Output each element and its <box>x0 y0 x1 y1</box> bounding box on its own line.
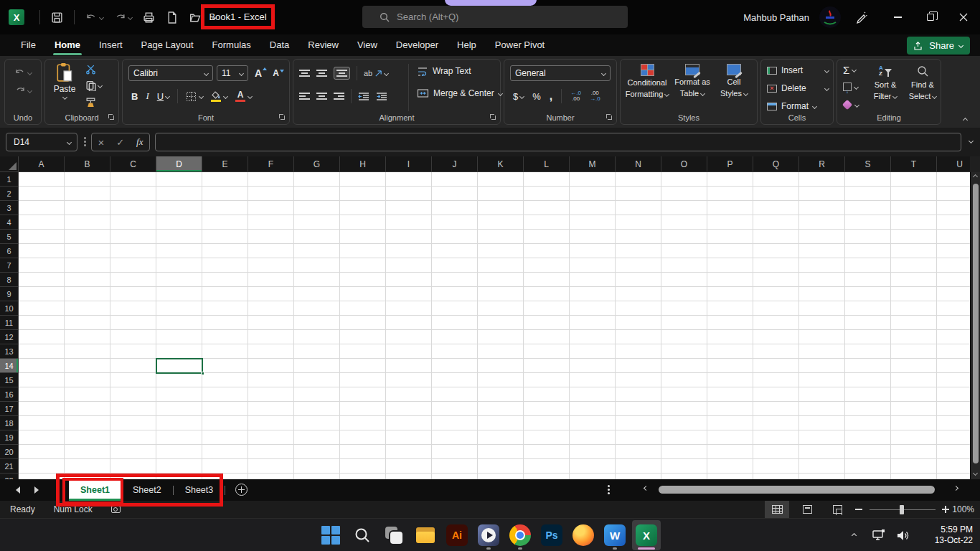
formula-bar-grip[interactable] <box>84 137 86 139</box>
tab-file[interactable]: File <box>11 34 45 56</box>
zoom-slider-thumb[interactable] <box>900 505 904 514</box>
fill-color-button[interactable] <box>211 91 227 102</box>
delete-cells-button[interactable]: Delete <box>767 83 829 93</box>
record-macro-icon[interactable] <box>111 506 121 513</box>
restore-button[interactable] <box>914 0 947 34</box>
column-header-C[interactable]: C <box>110 156 156 172</box>
insert-cells-button[interactable]: Insert <box>767 65 829 75</box>
orientation-button[interactable]: ab <box>364 69 388 77</box>
wrap-text-button[interactable]: Wrap Text <box>417 66 471 76</box>
increase-font-size-button[interactable]: A <box>255 67 262 79</box>
decrease-indent-button[interactable] <box>358 92 369 101</box>
font-size-select[interactable]: 11 <box>217 65 248 81</box>
page-layout-view-button[interactable] <box>795 501 819 518</box>
format-as-table-button[interactable]: Format as Table <box>672 64 712 98</box>
tab-developer[interactable]: Developer <box>387 34 448 56</box>
chevron-down-icon[interactable] <box>99 14 104 19</box>
chrome-button[interactable] <box>506 520 534 550</box>
sort-filter-button[interactable]: AZ Sort & Filter <box>866 64 905 101</box>
quick-print-button[interactable] <box>143 11 155 24</box>
media-player-button[interactable] <box>474 520 503 550</box>
chevron-down-icon[interactable] <box>128 14 133 19</box>
row-header-20[interactable]: 20 <box>0 445 19 459</box>
tab-page-layout[interactable]: Page Layout <box>132 34 203 56</box>
sheet-tab-sheet3[interactable]: Sheet3 <box>174 479 225 501</box>
comma-style-button[interactable]: , <box>550 90 552 103</box>
tab-data[interactable]: Data <box>260 34 298 56</box>
pen-icon[interactable] <box>854 10 868 24</box>
tab-formulas[interactable]: Formulas <box>203 34 260 56</box>
cancel-button[interactable] <box>98 136 104 149</box>
font-dialog-launcher[interactable] <box>278 113 286 121</box>
tab-insert[interactable]: Insert <box>90 34 132 56</box>
row-header-7[interactable]: 7 <box>0 258 19 273</box>
photoshop-button[interactable]: Ps <box>537 520 566 550</box>
user-avatar[interactable] <box>819 6 841 28</box>
number-dialog-launcher[interactable] <box>606 113 613 121</box>
column-header-F[interactable]: F <box>248 156 294 172</box>
decrease-font-size-button[interactable]: A <box>273 68 279 78</box>
user-name[interactable]: Mahbub Pathan <box>743 12 809 23</box>
volume-icon[interactable] <box>896 529 910 542</box>
increase-indent-button[interactable] <box>376 92 387 101</box>
row-header-5[interactable]: 5 <box>0 230 19 244</box>
clipboard-dialog-launcher[interactable] <box>108 113 115 121</box>
bold-button[interactable]: B <box>131 91 138 102</box>
scrollbar-grip[interactable] <box>608 485 610 487</box>
scroll-down-arrow-icon[interactable] <box>973 471 978 476</box>
previous-sheet-button[interactable] <box>16 486 20 494</box>
select-all-button[interactable] <box>0 156 19 172</box>
column-header-B[interactable]: B <box>65 156 110 172</box>
illustrator-button[interactable]: Ai <box>443 520 471 550</box>
cut-button[interactable] <box>85 64 102 75</box>
close-button[interactable] <box>947 0 980 34</box>
horizontal-scroll-thumb[interactable] <box>659 486 935 494</box>
column-header-O[interactable]: O <box>661 156 707 172</box>
redo-button[interactable] <box>114 11 132 24</box>
tab-help[interactable]: Help <box>448 34 486 56</box>
start-button[interactable] <box>316 520 345 550</box>
decrease-decimal-button[interactable] <box>590 90 600 102</box>
conditional-formatting-button[interactable]: Conditional Formatting <box>625 64 669 99</box>
clear-button[interactable] <box>844 101 859 108</box>
column-header-A[interactable]: A <box>19 156 65 172</box>
column-header-S[interactable]: S <box>845 156 891 172</box>
column-header-G[interactable]: G <box>294 156 340 172</box>
taskbar-search-button[interactable] <box>348 520 377 550</box>
zoom-level[interactable]: 100% <box>952 504 974 514</box>
tab-view[interactable]: View <box>348 34 387 56</box>
scroll-left-arrow-icon[interactable] <box>644 486 649 491</box>
column-header-Q[interactable]: Q <box>753 156 799 172</box>
row-header-18[interactable]: 18 <box>0 416 19 430</box>
align-center-button[interactable] <box>316 93 327 100</box>
scroll-right-arrow-icon[interactable] <box>953 486 958 491</box>
search-bar[interactable]: Search (Alt+Q) <box>362 6 628 28</box>
find-select-button[interactable]: Find & Select <box>906 64 939 101</box>
new-sheet-button[interactable] <box>235 484 248 496</box>
column-header-P[interactable]: P <box>707 156 753 172</box>
column-header-M[interactable]: M <box>570 156 616 172</box>
align-right-button[interactable] <box>334 93 344 100</box>
tab-power-pivot[interactable]: Power Pivot <box>486 34 554 56</box>
normal-view-button[interactable] <box>765 501 789 518</box>
column-header-D[interactable]: D <box>156 156 202 172</box>
top-align-button[interactable] <box>299 70 310 77</box>
column-header-K[interactable]: K <box>478 156 524 172</box>
merge-center-button[interactable]: Merge & Center <box>417 88 502 98</box>
zoom-slider[interactable] <box>870 509 936 510</box>
copy-button[interactable] <box>85 80 102 91</box>
increase-decimal-button[interactable] <box>570 90 581 102</box>
accounting-format-button[interactable]: $ <box>513 91 524 102</box>
number-format-select[interactable]: General <box>510 65 611 81</box>
excel-taskbar-button[interactable]: X <box>632 520 661 550</box>
row-header-13[interactable]: 13 <box>0 344 19 359</box>
format-painter-button[interactable] <box>85 97 102 108</box>
task-view-button[interactable] <box>380 520 408 550</box>
vertical-scroll-thumb[interactable] <box>973 184 979 463</box>
open-file-button[interactable] <box>189 11 202 24</box>
file-explorer-button[interactable] <box>411 520 440 550</box>
horizontal-scrollbar[interactable] <box>656 486 947 494</box>
underline-button[interactable]: U <box>157 91 169 102</box>
column-header-J[interactable]: J <box>432 156 478 172</box>
collapse-ribbon-button[interactable] <box>963 118 968 123</box>
